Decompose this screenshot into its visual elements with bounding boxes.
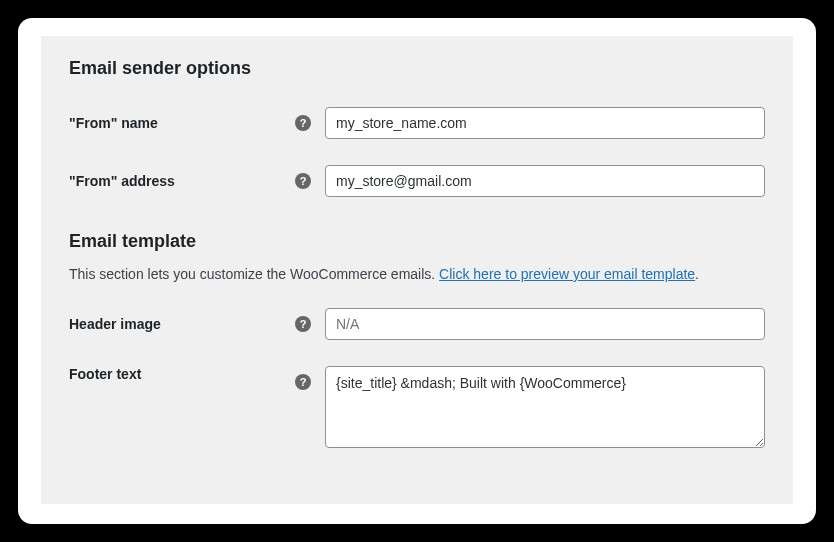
footer-text-textarea[interactable]: [325, 366, 765, 448]
preview-template-link[interactable]: Click here to preview your email templat…: [439, 266, 695, 282]
field-row-header-image: Header image ?: [69, 308, 765, 340]
template-description: This section lets you customize the WooC…: [69, 266, 765, 282]
description-suffix: .: [695, 266, 699, 282]
from-name-input[interactable]: [325, 107, 765, 139]
section-title-template: Email template: [69, 231, 765, 252]
header-image-input[interactable]: [325, 308, 765, 340]
from-name-label: "From" name: [69, 115, 295, 131]
description-prefix: This section lets you customize the WooC…: [69, 266, 439, 282]
from-address-label: "From" address: [69, 173, 295, 189]
field-row-from-address: "From" address ?: [69, 165, 765, 197]
settings-window: Email sender options "From" name ? "From…: [18, 18, 816, 524]
help-icon[interactable]: ?: [295, 115, 311, 131]
help-icon[interactable]: ?: [295, 374, 311, 390]
footer-text-label: Footer text: [69, 366, 295, 382]
from-address-input[interactable]: [325, 165, 765, 197]
field-row-footer-text: Footer text ?: [69, 366, 765, 448]
field-row-from-name: "From" name ?: [69, 107, 765, 139]
help-icon[interactable]: ?: [295, 316, 311, 332]
help-icon[interactable]: ?: [295, 173, 311, 189]
section-title-sender: Email sender options: [69, 58, 765, 79]
settings-panel: Email sender options "From" name ? "From…: [41, 36, 793, 504]
header-image-label: Header image: [69, 316, 295, 332]
